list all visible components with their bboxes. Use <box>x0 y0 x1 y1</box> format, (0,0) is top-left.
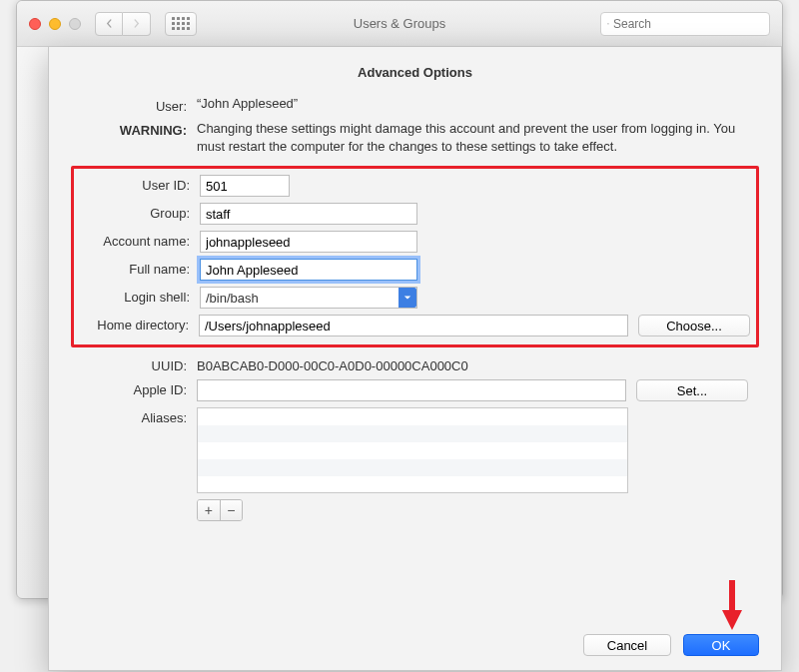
user-value: “John Appleseed” <box>197 96 759 111</box>
add-alias-button[interactable]: + <box>198 500 221 520</box>
uuid-label: UUID: <box>71 355 197 373</box>
zoom-window-button[interactable] <box>69 18 81 30</box>
titlebar: Users & Groups <box>17 1 782 47</box>
group-label: Group: <box>74 203 200 221</box>
chevron-down-icon <box>399 288 416 308</box>
minimize-window-button[interactable] <box>49 18 61 30</box>
sheet-title: Advanced Options <box>71 65 759 80</box>
aliases-label: Aliases: <box>71 407 197 425</box>
home-directory-label: Home directory: <box>74 315 199 333</box>
account-name-field[interactable] <box>200 231 417 253</box>
aliases-list[interactable] <box>197 407 628 493</box>
remove-alias-button[interactable]: − <box>221 500 243 520</box>
warning-label: WARNING: <box>71 120 197 138</box>
search-input[interactable] <box>613 17 763 31</box>
back-button[interactable] <box>95 12 123 36</box>
advanced-options-sheet: Advanced Options User: “John Appleseed” … <box>48 47 782 671</box>
system-preferences-window: Users & Groups Advanced Options User: “J… <box>16 0 783 599</box>
aliases-add-remove: + − <box>197 499 243 521</box>
nav-back-forward <box>95 12 151 36</box>
user-id-field[interactable] <box>200 175 290 197</box>
annotation-arrow-icon <box>721 580 743 632</box>
full-name-label: Full name: <box>74 259 200 277</box>
search-field-wrap[interactable] <box>600 12 770 36</box>
group-field[interactable] <box>200 203 417 225</box>
cancel-button[interactable]: Cancel <box>583 634 671 656</box>
close-window-button[interactable] <box>29 18 41 30</box>
search-icon <box>607 18 609 30</box>
window-controls <box>29 18 81 30</box>
user-label: User: <box>71 96 197 114</box>
dialog-footer: Cancel OK <box>583 634 759 656</box>
account-name-label: Account name: <box>74 231 200 249</box>
forward-button[interactable] <box>123 12 151 36</box>
apple-id-label: Apple ID: <box>71 379 197 397</box>
set-button[interactable]: Set... <box>636 379 748 401</box>
full-name-field[interactable] <box>200 259 417 281</box>
svg-rect-0 <box>729 580 735 612</box>
apple-id-field[interactable] <box>197 379 626 401</box>
grid-icon <box>172 17 190 30</box>
warning-text: Changing these settings might damage thi… <box>197 120 756 156</box>
login-shell-value: /bin/bash <box>206 291 259 306</box>
ok-button[interactable]: OK <box>683 634 759 656</box>
login-shell-combo[interactable]: /bin/bash <box>200 287 417 309</box>
home-directory-field[interactable] <box>199 315 628 336</box>
annotation-highlight-box: User ID: Group: Account name: Full name:… <box>71 166 759 347</box>
user-id-label: User ID: <box>74 175 200 193</box>
login-shell-label: Login shell: <box>74 287 200 305</box>
uuid-value: B0ABCAB0-D000-00C0-A0D0-00000CA000C0 <box>197 355 759 373</box>
choose-button[interactable]: Choose... <box>638 315 750 336</box>
show-all-button[interactable] <box>165 12 197 36</box>
